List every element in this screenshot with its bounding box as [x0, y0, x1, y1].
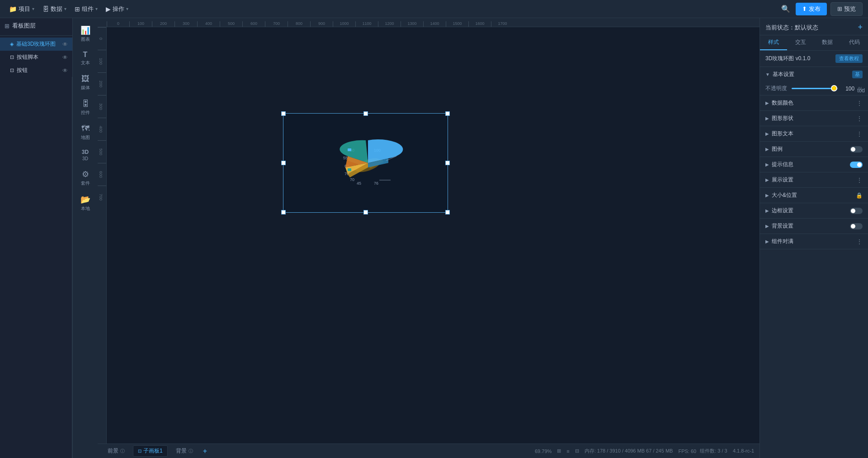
- data-color-arrow-icon: ▶: [765, 100, 769, 105]
- panel-tabs: 样式 交互 数据 代码: [760, 35, 868, 51]
- menu-action[interactable]: ▶ 操作 ▾: [102, 3, 132, 15]
- publish-button[interactable]: ⬆ 发布: [796, 3, 827, 15]
- ruler-left-300: 300: [98, 95, 106, 118]
- page-tab-background[interactable]: 背景 ⓘ: [171, 446, 198, 456]
- background-info-icon: ⓘ: [189, 448, 193, 454]
- ruler-mark-300: 300: [175, 21, 197, 27]
- section-chart-shape: ▶ 图形形状 ⋮: [760, 111, 868, 126]
- opacity-value: 100: [842, 86, 854, 92]
- chart-text-more-icon[interactable]: ⋮: [856, 130, 863, 138]
- menu-component[interactable]: ⊞ 组件 ▾: [71, 3, 101, 15]
- ruler-mark-900: 900: [310, 21, 333, 27]
- canvas-viewport[interactable]: 60 55 60 70 70 45 100 76: [107, 27, 760, 444]
- chart-shape-label: 图形形状: [772, 114, 854, 122]
- chart-inner: 60 55 60 70 70 45 100 76: [283, 114, 448, 212]
- sidebar-item-button[interactable]: ⊡ 按钮 👁: [0, 64, 72, 77]
- opacity-label: 不透明度: [765, 85, 788, 92]
- button-item-icon: ⊡: [10, 67, 14, 73]
- svg-text:45: 45: [357, 181, 361, 186]
- display-more-icon[interactable]: ⋮: [856, 177, 863, 184]
- size-position-arrow-icon: ▶: [765, 193, 769, 198]
- ruler-mark-1700: 1700: [491, 21, 514, 27]
- opacity-row: 不透明度 100 %: [760, 82, 868, 95]
- chart-shape-more-icon[interactable]: ⋮: [856, 115, 863, 122]
- chart-text-header[interactable]: ▶ 图形文本 ⋮: [760, 126, 868, 141]
- top-bar-right: 🔍 ⬆ 发布 ⊞ 预览: [779, 2, 863, 16]
- tab-code[interactable]: 代码: [841, 35, 868, 50]
- ruler-left-600: 600: [98, 163, 106, 186]
- background-toggle[interactable]: [850, 223, 863, 229]
- data-color-header[interactable]: ▶ 数据颜色 ⋮: [760, 95, 868, 110]
- panel-item-local[interactable]: 📂 本地: [74, 191, 97, 215]
- component-icon: ⊞: [75, 5, 80, 13]
- chart-item-icon: ◈: [10, 41, 14, 47]
- panel-item-text[interactable]: T 文本: [74, 47, 97, 70]
- border-toggle[interactable]: [850, 208, 863, 214]
- layer-tree-header[interactable]: ⊞ 看板图层: [0, 18, 72, 33]
- legend-toggle[interactable]: [850, 146, 863, 153]
- section-tooltip: ▶ 提示信息: [760, 157, 868, 172]
- data-color-more-icon[interactable]: ⋮: [856, 100, 863, 107]
- alignment-more-icon[interactable]: ⋮: [856, 238, 863, 245]
- ruler-mark-800: 800: [288, 21, 310, 27]
- chart-component[interactable]: 60 55 60 70 70 45 100 76: [283, 113, 448, 213]
- script-item-icon: ⊡: [10, 54, 14, 60]
- page-tab-foreground[interactable]: 前景 ⓘ: [103, 446, 129, 456]
- alignment-header[interactable]: ▶ 组件对满 ⋮: [760, 234, 868, 249]
- opacity-thumb[interactable]: [831, 85, 837, 91]
- legend-header[interactable]: ▶ 图例: [760, 142, 868, 157]
- handle-bl[interactable]: [281, 210, 286, 215]
- border-header[interactable]: ▶ 边框设置: [760, 203, 868, 218]
- view-icon-2[interactable]: ≡: [566, 448, 569, 454]
- panel-item-chart[interactable]: 📊 图表: [74, 22, 97, 46]
- add-page-button[interactable]: +: [201, 447, 209, 455]
- search-icon[interactable]: 🔍: [779, 3, 792, 15]
- tab-style[interactable]: 样式: [760, 35, 787, 50]
- border-arrow-icon: ▶: [765, 208, 769, 213]
- ruler-mark-0: 0: [107, 21, 129, 27]
- tab-data[interactable]: 数据: [814, 35, 841, 50]
- panel-item-3d[interactable]: 3D 3D: [74, 145, 97, 165]
- text-icon: T: [83, 51, 88, 59]
- tutorial-button[interactable]: 查看教程: [835, 54, 863, 63]
- background-header[interactable]: ▶ 背景设置: [760, 219, 868, 234]
- sidebar-item-rose-chart[interactable]: ◈ 基础3D玫瑰环图 👁: [0, 38, 72, 51]
- left-panel: ⊞ 看板图层 ◈ 基础3D玫瑰环图 👁 ⊡ 按钮脚本 👁 ⊡ 按钮 👁: [0, 18, 72, 458]
- handle-br[interactable]: [445, 210, 450, 215]
- section-basic-header[interactable]: ▼ 基本设置 基: [760, 67, 868, 82]
- size-position-header[interactable]: ▶ 大小&位置 🔒: [760, 188, 868, 203]
- handle-tl[interactable]: [281, 111, 286, 116]
- eye-icon-2[interactable]: 👁: [62, 67, 68, 74]
- panel-item-control[interactable]: 🎛 控件: [74, 95, 97, 119]
- handle-tr[interactable]: [445, 111, 450, 116]
- menu-project[interactable]: 📁 项目 ▾: [5, 3, 38, 15]
- handle-tm[interactable]: [363, 111, 368, 116]
- handle-bm[interactable]: [363, 210, 368, 215]
- tooltip-header[interactable]: ▶ 提示信息: [760, 157, 868, 172]
- handle-mr[interactable]: [445, 161, 450, 165]
- eye-icon-1[interactable]: 👁: [62, 54, 68, 61]
- menu-data[interactable]: 🗄 数据 ▾: [39, 3, 70, 15]
- view-icon-3[interactable]: ⊟: [575, 448, 579, 454]
- tab-interaction[interactable]: 交互: [787, 35, 814, 50]
- fps-info: FPS: 60: [678, 448, 696, 454]
- panel-item-media[interactable]: 🖼 媒体: [74, 71, 97, 95]
- view-icon-1[interactable]: ⊞: [557, 448, 561, 454]
- page-tab-subcanvas[interactable]: ⊡ 子画板1: [133, 445, 168, 457]
- handle-ml[interactable]: [281, 161, 286, 165]
- chart-shape-arrow-icon: ▶: [765, 116, 769, 121]
- display-arrow-icon: ▶: [765, 177, 769, 182]
- basic-blue-tag: 基: [852, 71, 863, 78]
- chart-shape-header[interactable]: ▶ 图形形状 ⋮: [760, 111, 868, 126]
- display-header[interactable]: ▶ 展示设置 ⋮: [760, 172, 868, 187]
- opacity-slider[interactable]: [792, 88, 838, 89]
- add-state-button[interactable]: +: [858, 23, 863, 32]
- background-arrow-icon: ▶: [765, 224, 769, 229]
- panel-item-suite[interactable]: ⚙ 套件: [74, 166, 97, 190]
- eye-icon-0[interactable]: 👁: [62, 41, 68, 48]
- tooltip-toggle[interactable]: [850, 162, 863, 168]
- preview-button[interactable]: ⊞ 预览: [830, 2, 863, 16]
- lock-icon[interactable]: 🔒: [856, 192, 863, 199]
- sidebar-item-script[interactable]: ⊡ 按钮脚本 👁: [0, 51, 72, 64]
- panel-item-map[interactable]: 🗺 地图: [74, 120, 97, 144]
